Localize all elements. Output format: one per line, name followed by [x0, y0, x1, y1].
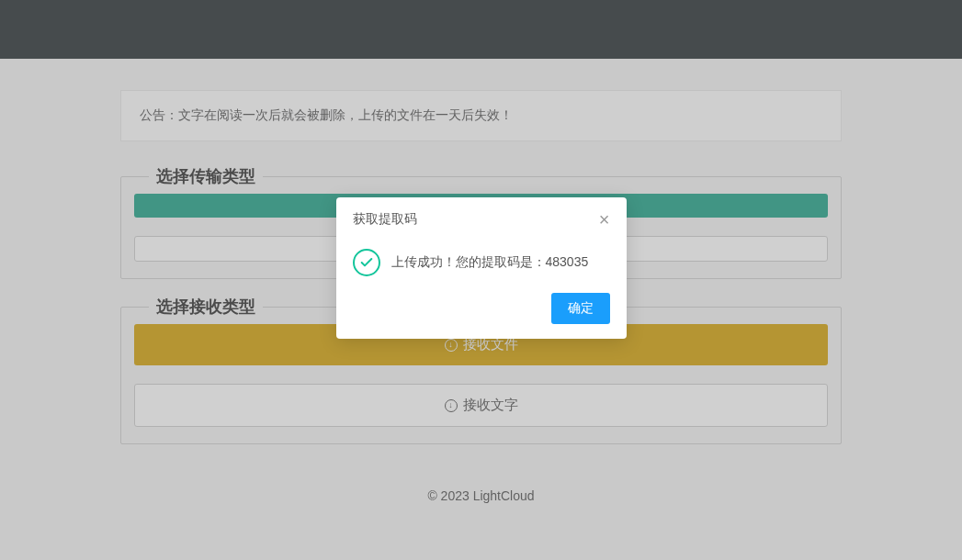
modal-footer: 确定 — [336, 293, 627, 339]
modal-message: 上传成功！您的提取码是：483035 — [391, 254, 589, 271]
modal-overlay[interactable]: 获取提取码 × 上传成功！您的提取码是：483035 确定 — [0, 0, 962, 560]
close-icon[interactable]: × — [599, 210, 610, 229]
modal-header: 获取提取码 × — [336, 197, 627, 241]
confirm-button[interactable]: 确定 — [551, 293, 610, 324]
modal-body: 上传成功！您的提取码是：483035 — [336, 241, 627, 293]
success-check-icon — [353, 249, 380, 276]
success-modal: 获取提取码 × 上传成功！您的提取码是：483035 确定 — [336, 197, 627, 339]
modal-title: 获取提取码 — [353, 211, 417, 228]
